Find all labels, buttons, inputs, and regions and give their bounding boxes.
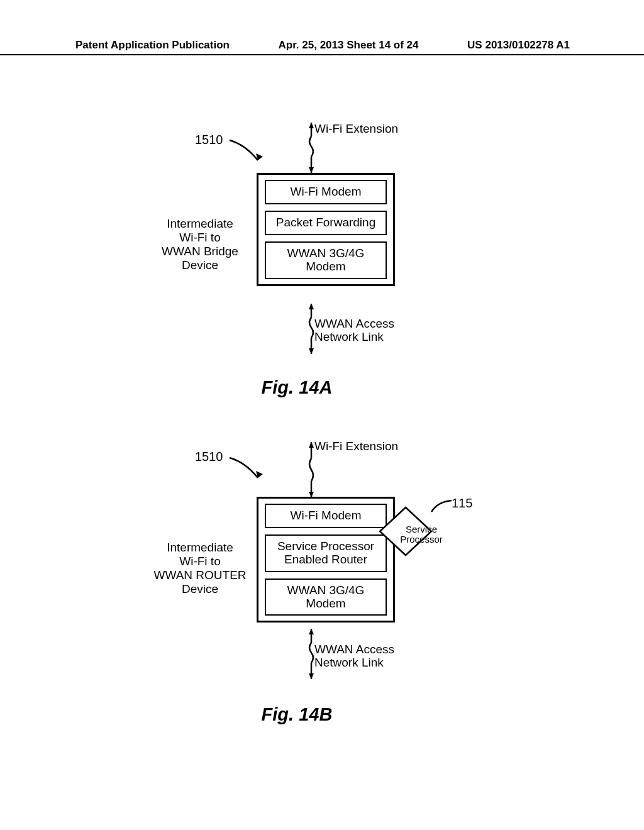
figure-14a: 1510 Intermediate Wi-Fi to WWAN Bridge D…: [0, 116, 644, 393]
side-label-b: Intermediate Wi-Fi to WWAN ROUTER Device: [150, 541, 250, 595]
wwan-modem-text-b: WWAN 3G/4G Modem: [287, 584, 365, 610]
leader-arrow-icon: [226, 135, 264, 167]
wifi-modem-text: Wi-Fi Modem: [291, 185, 362, 198]
svc-router-block: Service Processor Enabled Router: [265, 534, 387, 572]
side-label-a-text: Intermediate Wi-Fi to WWAN Bridge Device: [162, 217, 238, 272]
wwan-modem-block: WWAN 3G/4G Modem: [265, 241, 387, 279]
wwan-access-text-b: WWAN Access Network Link: [314, 643, 394, 669]
svc-proc-text: Service Processor: [400, 524, 443, 545]
bridge-device-box: Wi-Fi Modem Packet Forwarding WWAN 3G/4G…: [257, 173, 395, 286]
header-right: US 2013/0102278 A1: [467, 39, 570, 52]
side-label-a: Intermediate Wi-Fi to WWAN Bridge Device: [150, 217, 250, 272]
wifi-extension-label-b: Wi-Fi Extension: [314, 440, 398, 453]
packet-forwarding-block: Packet Forwarding: [265, 211, 387, 235]
ref-115: 115: [452, 496, 472, 511]
wwan-access-label-b: WWAN Access Network Link: [314, 643, 394, 670]
wwan-modem-text: WWAN 3G/4G Modem: [287, 246, 365, 273]
rf-link-icon: [307, 442, 316, 497]
leader-arrow-icon: [226, 453, 264, 484]
wwan-access-text-a: WWAN Access Network Link: [314, 317, 394, 343]
leader-curve-icon: [430, 497, 453, 514]
router-device-box: Wi-Fi Modem Service Processor Enabled Ro…: [257, 497, 395, 622]
wwan-access-label-a: WWAN Access Network Link: [314, 318, 394, 344]
header-left: Patent Application Publication: [75, 39, 230, 52]
page-header: Patent Application Publication Apr. 25, …: [0, 39, 644, 55]
figure-14b: 1510 Intermediate Wi-Fi to WWAN ROUTER D…: [0, 421, 644, 717]
wifi-modem-block-b: Wi-Fi Modem: [265, 504, 387, 528]
side-label-b-text: Intermediate Wi-Fi to WWAN ROUTER Device: [153, 541, 246, 595]
figure-caption-b: Fig. 14B: [0, 704, 619, 725]
svc-router-text: Service Processor Enabled Router: [277, 540, 374, 566]
wwan-modem-block-b: WWAN 3G/4G Modem: [265, 578, 387, 616]
wifi-modem-block: Wi-Fi Modem: [265, 180, 387, 204]
service-processor-label: Service Processor: [399, 524, 443, 545]
figure-caption-a: Fig. 14A: [0, 377, 619, 398]
header-mid: Apr. 25, 2013 Sheet 14 of 24: [279, 39, 419, 52]
wifi-extension-label-a: Wi-Fi Extension: [314, 123, 398, 136]
packet-fwd-text: Packet Forwarding: [276, 216, 375, 229]
ref-1510-b: 1510: [195, 450, 223, 464]
ref-1510-a: 1510: [195, 133, 223, 147]
rf-link-icon: [307, 123, 316, 173]
wifi-modem-text-b: Wi-Fi Modem: [291, 509, 362, 522]
